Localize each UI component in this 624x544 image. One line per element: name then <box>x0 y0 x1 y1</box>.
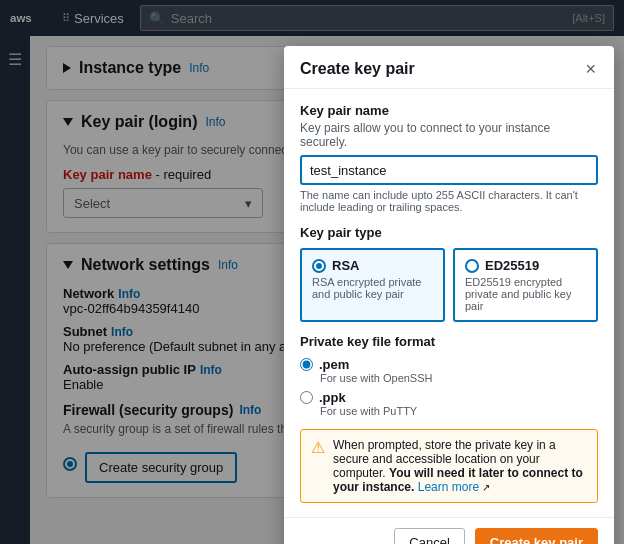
rsa-radio[interactable] <box>312 259 326 273</box>
key-type-rsa[interactable]: RSA RSA encrypted private and public key… <box>300 248 445 322</box>
warning-learn-more-link[interactable]: Learn more <box>418 480 479 494</box>
pem-option: .pem For use with OpenSSH <box>300 357 598 384</box>
pem-label: .pem <box>319 357 349 372</box>
ed25519-radio[interactable] <box>465 259 479 273</box>
key-type-ed25519[interactable]: ED25519 ED25519 encrypted private and pu… <box>453 248 598 322</box>
ed25519-desc: ED25519 encrypted private and public key… <box>465 276 586 312</box>
modal-close-button[interactable]: × <box>583 60 598 78</box>
warning-text: When prompted, store the private key in … <box>333 438 587 494</box>
key-type-label: Key pair type <box>300 225 598 240</box>
modal-footer: Cancel Create key pair <box>284 517 614 544</box>
key-pair-name-input[interactable] <box>300 155 598 185</box>
key-pair-name-label: Key pair name <box>300 103 598 118</box>
modal-header: Create key pair × <box>284 46 614 89</box>
key-pair-name-hint: The name can include upto 255 ASCII char… <box>300 189 598 213</box>
ppk-radio[interactable] <box>300 391 313 404</box>
ppk-label: .ppk <box>319 390 346 405</box>
modal-body: Key pair name Key pairs allow you to con… <box>284 89 614 517</box>
modal-overlay: Create key pair × Key pair name Key pair… <box>0 0 624 544</box>
ppk-desc: For use with PuTTY <box>320 405 598 417</box>
external-link-icon: ↗ <box>482 482 490 493</box>
pem-desc: For use with OpenSSH <box>320 372 598 384</box>
warning-box: ⚠ When prompted, store the private key i… <box>300 429 598 503</box>
private-format-options: .pem For use with OpenSSH .ppk For use w… <box>300 357 598 417</box>
create-key-pair-modal: Create key pair × Key pair name Key pair… <box>284 46 614 544</box>
rsa-label: RSA <box>332 258 359 273</box>
key-type-options: RSA RSA encrypted private and public key… <box>300 248 598 322</box>
warning-icon: ⚠ <box>311 438 325 494</box>
modal-title: Create key pair <box>300 60 415 78</box>
private-format-label: Private key file format <box>300 334 598 349</box>
ed25519-label: ED25519 <box>485 258 539 273</box>
rsa-desc: RSA encrypted private and public key pai… <box>312 276 433 300</box>
create-key-pair-button[interactable]: Create key pair <box>475 528 598 544</box>
ppk-option: .ppk For use with PuTTY <box>300 390 598 417</box>
pem-radio[interactable] <box>300 358 313 371</box>
cancel-button[interactable]: Cancel <box>394 528 464 544</box>
key-pair-name-desc: Key pairs allow you to connect to your i… <box>300 121 598 149</box>
